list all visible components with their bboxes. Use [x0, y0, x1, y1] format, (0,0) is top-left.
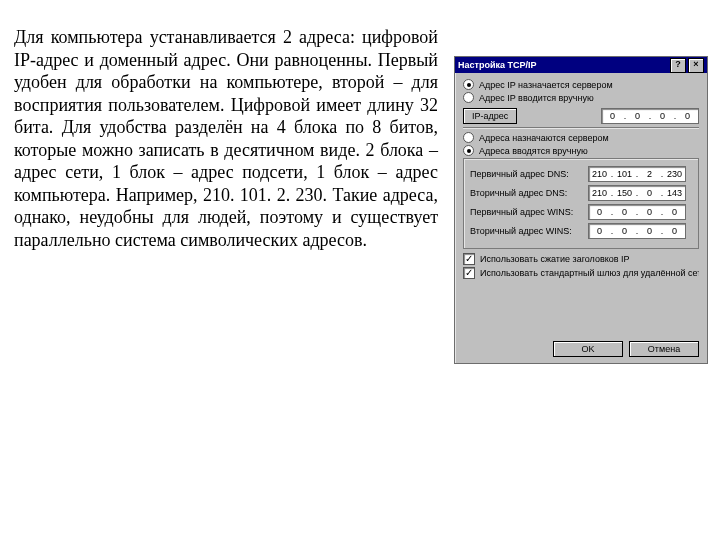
ip-octet: 0 [678, 111, 698, 121]
ip-octet: 230 [665, 169, 685, 179]
checkbox-label: Использовать сжатие заголовков IP [480, 254, 630, 264]
wins-secondary-field[interactable]: 0. 0. 0. 0 [588, 223, 686, 239]
dns-secondary-label: Вторичный адрес DNS: [470, 188, 588, 198]
wins-secondary-label: Вторичный адрес WINS: [470, 226, 588, 236]
ip-octet: 101 [615, 169, 635, 179]
ip-octet: 210 [590, 188, 610, 198]
radio-addr-auto[interactable] [463, 132, 474, 143]
radio-label: Адреса назначаются сервером [479, 133, 609, 143]
tcpip-dialog: Настройка TCP/IP ? × Адрес IP назначаетс… [454, 56, 708, 364]
ip-octet: 0 [590, 207, 610, 217]
wins-primary-field[interactable]: 0. 0. 0. 0 [588, 204, 686, 220]
ip-octet: 2 [640, 169, 660, 179]
radio-label: Адрес IP назначается сервером [479, 80, 613, 90]
wins-primary-label: Первичный адрес WINS: [470, 207, 588, 217]
radio-label: Адрес IP вводится вручную [479, 93, 594, 103]
ip-octet: 210 [590, 169, 610, 179]
ip-address-button[interactable]: IP-адрес [463, 108, 517, 124]
ip-octet: 0 [603, 111, 623, 121]
radio-label: Адреса вводятся вручную [479, 146, 588, 156]
dns-primary-field[interactable]: 210. 101. 2. 230 [588, 166, 686, 182]
radio-ip-auto[interactable] [463, 79, 474, 90]
ip-octet: 0 [590, 226, 610, 236]
radio-addr-manual[interactable] [463, 145, 474, 156]
ip-octet: 0 [640, 226, 660, 236]
checkbox-label: Использовать стандартный шлюз для удалён… [480, 268, 699, 278]
paragraph-text: Для компьютера устанавливается 2 адреса:… [14, 27, 438, 250]
ok-button[interactable]: OK [553, 341, 623, 357]
checkbox-ip-compression[interactable] [463, 253, 475, 265]
ip-octet: 0 [615, 207, 635, 217]
article-body: Для компьютера устанавливается 2 адреса:… [14, 26, 438, 251]
ip-octet: 0 [665, 226, 685, 236]
radio-ip-manual[interactable] [463, 92, 474, 103]
cancel-button[interactable]: Отмена [629, 341, 699, 357]
titlebar[interactable]: Настройка TCP/IP ? × [455, 57, 707, 73]
ip-field-disabled[interactable]: 0. 0. 0. 0 [601, 108, 699, 124]
ip-octet: 150 [615, 188, 635, 198]
close-button[interactable]: × [688, 58, 704, 73]
ip-octet: 0 [665, 207, 685, 217]
ip-octet: 0 [628, 111, 648, 121]
ip-octet: 0 [615, 226, 635, 236]
ip-octet: 0 [640, 207, 660, 217]
dns-primary-label: Первичный адрес DNS: [470, 169, 588, 179]
dns-secondary-field[interactable]: 210. 150. 0. 143 [588, 185, 686, 201]
dialog-title: Настройка TCP/IP [458, 60, 670, 70]
ip-octet: 0 [640, 188, 660, 198]
ip-octet: 143 [665, 188, 685, 198]
address-group: Первичный адрес DNS: 210. 101. 2. 230 Вт… [463, 158, 699, 249]
help-button[interactable]: ? [670, 58, 686, 73]
checkbox-default-gateway[interactable] [463, 267, 475, 279]
ip-octet: 0 [653, 111, 673, 121]
